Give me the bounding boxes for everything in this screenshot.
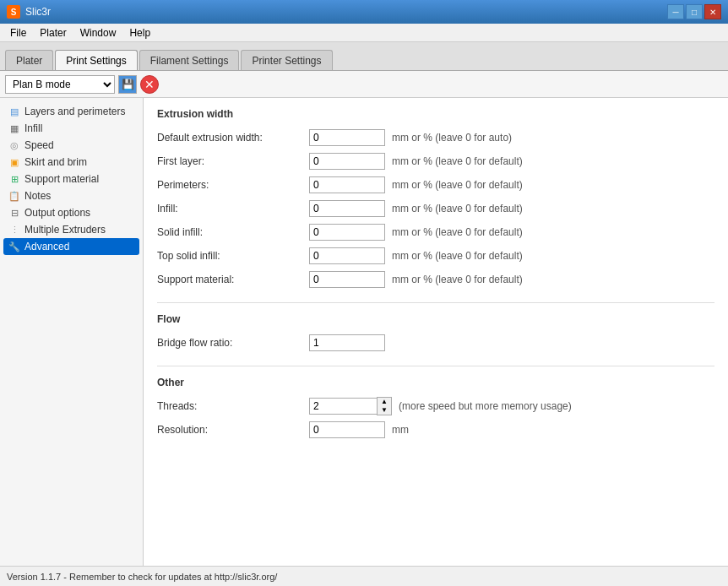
sidebar-label-infill: Infill (24, 122, 42, 134)
sidebar-label-extruders: Multiple Extruders (24, 224, 106, 236)
tab-print-settings[interactable]: Print Settings (55, 50, 137, 70)
input-top-solid-infill[interactable] (309, 247, 385, 264)
row-first-layer: First layer: mm or % (leave 0 for defaul… (157, 152, 714, 171)
sidebar-item-support[interactable]: ⊞ Support material (3, 171, 139, 187)
hint-top-solid-infill: mm or % (leave 0 for default) (392, 250, 523, 262)
sidebar-label-skirt: Skirt and brim (24, 156, 87, 168)
menu-file[interactable]: File (3, 25, 33, 41)
sidebar-item-speed[interactable]: ◎ Speed (3, 137, 139, 154)
infill-icon: ▦ (8, 122, 20, 134)
sidebar-label-notes: Notes (24, 190, 51, 202)
extruders-icon: ⋮ (8, 224, 20, 236)
hint-perimeters: mm or % (leave 0 for default) (392, 179, 523, 191)
row-resolution: Resolution: mm (157, 421, 714, 439)
sidebar-item-notes[interactable]: 📋 Notes (3, 187, 139, 204)
hint-first-layer: mm or % (leave 0 for default) (392, 155, 523, 167)
layers-icon: ▤ (8, 106, 20, 117)
profile-select[interactable]: Plan B mode (5, 75, 115, 94)
input-solid-infill[interactable] (309, 224, 385, 241)
tab-printer-settings[interactable]: Printer Settings (241, 50, 332, 70)
label-perimeters: Perimeters: (157, 179, 309, 191)
hint-default-extrusion-width: mm or % (leave 0 for auto) (392, 132, 512, 144)
notes-icon: 📋 (8, 190, 20, 202)
input-infill[interactable] (309, 200, 385, 217)
input-threads[interactable] (309, 398, 377, 415)
close-button[interactable]: ✕ (704, 4, 721, 19)
menu-help[interactable]: Help (122, 25, 157, 41)
divider-1 (157, 302, 714, 303)
label-first-layer: First layer: (157, 155, 309, 167)
row-threads: Threads: ▲ ▼ (more speed but more memory… (157, 397, 714, 415)
sidebar-item-infill[interactable]: ▦ Infill (3, 120, 139, 137)
status-bar: Version 1.1.7 - Remember to check for up… (0, 566, 728, 586)
sidebar-item-skirt[interactable]: ▣ Skirt and brim (3, 154, 139, 171)
flow-title: Flow (157, 313, 714, 327)
delete-button[interactable]: ✕ (140, 75, 159, 94)
input-first-layer[interactable] (309, 153, 385, 170)
extrusion-width-section: Extrusion width Default extrusion width:… (157, 108, 714, 289)
sidebar-label-output: Output options (24, 207, 90, 219)
minimize-button[interactable]: ─ (667, 4, 684, 19)
output-icon: ⊟ (8, 207, 20, 219)
row-bridge-flow-ratio: Bridge flow ratio: (157, 334, 714, 352)
threads-increment[interactable]: ▲ (378, 398, 391, 406)
sidebar-item-output[interactable]: ⊟ Output options (3, 204, 139, 221)
title-bar-left: S Slic3r (7, 5, 51, 19)
hint-solid-infill: mm or % (leave 0 for default) (392, 226, 523, 238)
tab-bar: Plater Print Settings Filament Settings … (0, 42, 728, 71)
tab-plater[interactable]: Plater (5, 50, 53, 70)
row-top-solid-infill: Top solid infill: mm or % (leave 0 for d… (157, 247, 714, 265)
label-solid-infill: Solid infill: (157, 226, 309, 238)
tab-filament-settings[interactable]: Filament Settings (139, 50, 240, 70)
app-title: Slic3r (25, 6, 51, 18)
status-text: Version 1.1.7 - Remember to check for up… (7, 572, 277, 582)
threads-decrement[interactable]: ▼ (378, 406, 391, 415)
row-solid-infill: Solid infill: mm or % (leave 0 for defau… (157, 223, 714, 241)
extrusion-width-title: Extrusion width (157, 108, 714, 122)
hint-infill: mm or % (leave 0 for default) (392, 203, 523, 214)
main-layout: ▤ Layers and perimeters ▦ Infill ◎ Speed… (0, 98, 728, 566)
label-support-material: Support material: (157, 274, 309, 285)
content-area: Extrusion width Default extrusion width:… (144, 98, 728, 566)
maximize-button[interactable]: □ (686, 4, 703, 19)
threads-spinner: ▲ ▼ (309, 397, 392, 415)
menu-bar: File Plater Window Help (0, 24, 728, 42)
label-top-solid-infill: Top solid infill: (157, 250, 309, 262)
label-default-extrusion-width: Default extrusion width: (157, 132, 309, 144)
label-infill: Infill: (157, 203, 309, 214)
sidebar-item-extruders[interactable]: ⋮ Multiple Extruders (3, 221, 139, 238)
label-resolution: Resolution: (157, 424, 309, 436)
save-button[interactable]: 💾 (118, 75, 137, 94)
row-perimeters: Perimeters: mm or % (leave 0 for default… (157, 176, 714, 194)
input-default-extrusion-width[interactable] (309, 129, 385, 146)
label-bridge-flow-ratio: Bridge flow ratio: (157, 337, 309, 349)
app-icon: S (7, 5, 20, 19)
window-controls: ─ □ ✕ (667, 4, 721, 19)
sidebar-label-layers: Layers and perimeters (24, 106, 125, 117)
menu-plater[interactable]: Plater (33, 25, 73, 41)
advanced-icon: 🔧 (8, 241, 20, 252)
input-resolution[interactable] (309, 421, 385, 438)
speed-icon: ◎ (8, 139, 20, 151)
row-support-material: Support material: mm or % (leave 0 for d… (157, 270, 714, 289)
hint-threads: (more speed but more memory usage) (399, 400, 572, 412)
sidebar-label-speed: Speed (24, 139, 54, 151)
toolbar: Plan B mode 💾 ✕ (0, 71, 728, 98)
other-section: Other Threads: ▲ ▼ (more speed but more … (157, 377, 714, 439)
divider-2 (157, 366, 714, 366)
support-icon: ⊞ (8, 173, 20, 185)
input-bridge-flow-ratio[interactable] (309, 334, 385, 351)
input-support-material[interactable] (309, 271, 385, 288)
input-perimeters[interactable] (309, 176, 385, 193)
skirt-icon: ▣ (8, 156, 20, 168)
sidebar-label-support: Support material (24, 173, 99, 185)
spinner-buttons: ▲ ▼ (377, 397, 392, 415)
title-bar: S Slic3r ─ □ ✕ (0, 0, 728, 24)
menu-window[interactable]: Window (73, 25, 123, 41)
sidebar-item-advanced[interactable]: 🔧 Advanced (3, 238, 139, 255)
sidebar-item-layers[interactable]: ▤ Layers and perimeters (3, 103, 139, 120)
flow-section: Flow Bridge flow ratio: (157, 313, 714, 352)
label-threads: Threads: (157, 400, 309, 412)
hint-resolution: mm (392, 424, 409, 436)
row-infill: Infill: mm or % (leave 0 for default) (157, 199, 714, 218)
